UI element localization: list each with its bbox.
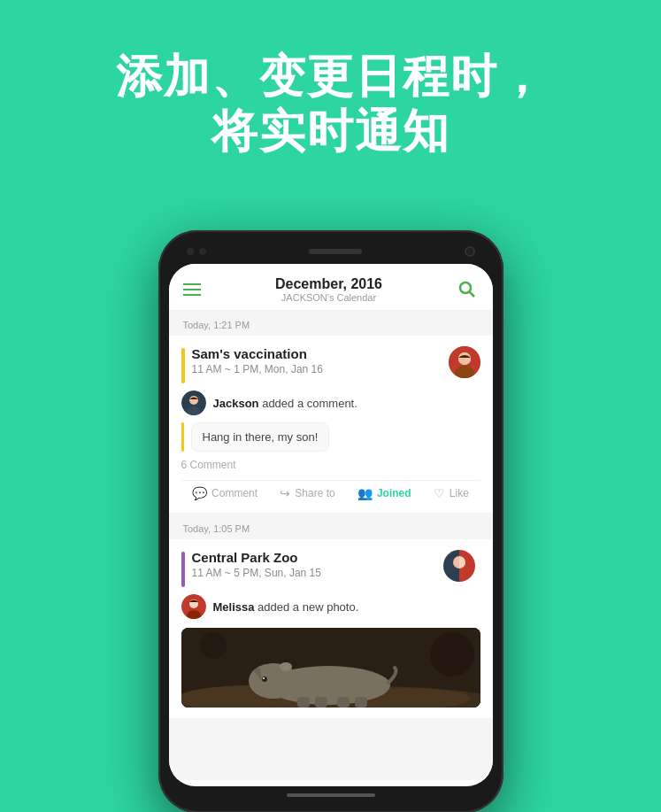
action-joined[interactable]: 👥 Joined (357, 486, 411, 500)
comment-user-row-1: Jackson added a comment. (181, 391, 480, 415)
phone-home-indicator (287, 793, 375, 797)
header-calendar-name: JACKSON's Calendar (275, 292, 382, 303)
comment-bubble-bar-1 (181, 422, 184, 452)
app-header: December, 2016 JACKSON's Calendar (169, 264, 493, 311)
photo-preview (181, 628, 480, 708)
svg-rect-25 (337, 697, 350, 708)
header-center: December, 2016 JACKSON's Calendar (275, 276, 382, 303)
event-title-2: Central Park Zoo (192, 550, 321, 565)
event-title-1: Sam's vaccination (192, 346, 323, 361)
timestamp-1: Today, 1:21 PM (169, 311, 493, 336)
headline-block: 添加、变更日程时， 将实时通知 (0, 0, 661, 159)
joined-icon: 👥 (357, 486, 373, 500)
feed-card-2: Central Park Zoo 11 AM ~ 5 PM, Sun, Jan … (169, 539, 493, 718)
action-bar-1: 💬 Comment ↪ Share to 👥 Joined ♡ (181, 480, 480, 502)
action-comment-label: Comment (211, 487, 257, 499)
svg-rect-24 (315, 697, 327, 708)
svg-rect-26 (355, 697, 367, 708)
svg-point-30 (430, 632, 474, 677)
action-joined-label: Joined (377, 487, 411, 499)
feed-card-1: Sam's vaccination 11 AM ~ 1 PM, Mon, Jan… (169, 336, 493, 513)
event-time-1: 11 AM ~ 1 PM, Mon, Jan 16 (192, 363, 323, 375)
comment-user-name-2: Melissa (213, 600, 255, 614)
header-month: December, 2016 (275, 276, 382, 292)
event-avatar-1 (449, 346, 480, 378)
comment-user-row-2: Melissa added a new photo. (181, 594, 480, 619)
phone-top-bar (169, 243, 493, 264)
comment-action-1: added a comment. (259, 397, 357, 410)
phone-camera (465, 246, 475, 257)
action-share[interactable]: ↪ Share to (280, 486, 334, 500)
svg-rect-23 (297, 697, 310, 708)
action-like[interactable]: ♡ Like (434, 486, 469, 500)
hamburger-line-1 (183, 283, 201, 285)
svg-point-29 (263, 677, 265, 679)
phone-screen: December, 2016 JACKSON's Calendar Today,… (169, 264, 493, 786)
event-row-2: Central Park Zoo 11 AM ~ 5 PM, Sun, Jan … (181, 550, 480, 587)
comment-count-1: 6 Comment (181, 459, 480, 471)
comment-user-name-1: Jackson (213, 397, 259, 410)
phone-speaker (309, 249, 362, 254)
timestamp-2: Today, 1:05 PM (169, 514, 493, 539)
phone-frame: December, 2016 JACKSON's Calendar Today,… (158, 230, 503, 812)
rhino-scene (181, 628, 480, 708)
hamburger-line-2 (183, 289, 201, 290)
event-left-1: Sam's vaccination 11 AM ~ 1 PM, Mon, Jan… (181, 346, 323, 383)
headline-line2: 将实时通知 (0, 104, 661, 159)
avatar-piece-left (438, 550, 459, 582)
comment-action-2: added a new photo. (254, 600, 358, 614)
event-info-2: Central Park Zoo 11 AM ~ 5 PM, Sun, Jan … (192, 550, 321, 579)
user-avatar-melissa (181, 594, 206, 619)
comment-bubble-1: Hang in there, my son! (191, 422, 330, 452)
search-button[interactable] (457, 279, 478, 300)
sensor-1 (187, 248, 194, 255)
event-color-bar-2 (181, 552, 185, 587)
comment-text-2: Melissa added a new photo. (213, 600, 359, 614)
action-comment[interactable]: 💬 Comment (192, 486, 257, 500)
svg-line-1 (470, 292, 475, 298)
phone-sensors (187, 248, 206, 255)
svg-point-27 (280, 662, 292, 671)
avatar-piece-right (459, 550, 480, 582)
event-time-2: 11 AM ~ 5 PM, Sun, Jan 15 (192, 567, 321, 579)
comment-bubble-row-1: Hang in there, my son! (181, 422, 480, 452)
share-icon: ↪ (280, 486, 290, 500)
action-like-label: Like (450, 487, 469, 499)
event-color-bar-1 (181, 348, 185, 383)
phone-bottom-bar (169, 786, 493, 800)
comment-text-1: Jackson added a comment. (213, 397, 357, 410)
svg-point-31 (200, 632, 227, 659)
feed-content: Today, 1:21 PM Sam's vaccination 11 AM ~… (169, 311, 493, 780)
svg-point-0 (460, 282, 471, 293)
svg-point-28 (262, 677, 267, 682)
event-avatar-2 (438, 550, 480, 582)
sensor-2 (199, 248, 206, 255)
menu-button[interactable] (183, 283, 201, 296)
like-icon: ♡ (434, 486, 445, 500)
user-avatar-jackson (181, 391, 206, 415)
phone-device: December, 2016 JACKSON's Calendar Today,… (158, 230, 503, 812)
svg-point-5 (458, 352, 471, 365)
hamburger-line-3 (183, 294, 201, 296)
headline-line1: 添加、变更日程时， (0, 49, 661, 104)
event-info-1: Sam's vaccination 11 AM ~ 1 PM, Mon, Jan… (192, 346, 323, 375)
event-left-2: Central Park Zoo 11 AM ~ 5 PM, Sun, Jan … (181, 550, 321, 587)
event-row-1: Sam's vaccination 11 AM ~ 1 PM, Mon, Jan… (181, 346, 480, 383)
action-share-label: Share to (295, 487, 334, 499)
comment-icon: 💬 (192, 486, 207, 500)
